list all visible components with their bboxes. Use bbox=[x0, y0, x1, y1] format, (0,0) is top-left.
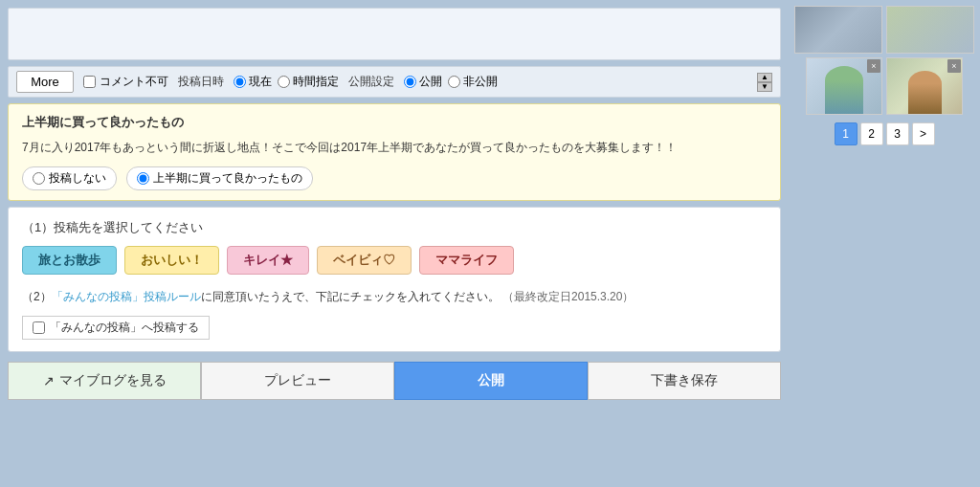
now-radio-label[interactable]: 現在 bbox=[234, 74, 272, 90]
campaign-description: 7月に入り2017年もあっという間に折返し地点！そこで今回は2017年上半期であ… bbox=[22, 139, 767, 157]
post-checkbox-row: 「みんなの投稿」へ投稿する bbox=[22, 316, 767, 340]
publish-button[interactable]: 公開 bbox=[394, 362, 588, 400]
public-radio-label[interactable]: 公開 bbox=[404, 74, 442, 90]
category-buttons: 旅とお散歩おいしい！キレイ★ベイビィ♡ママライフ bbox=[22, 246, 767, 275]
page-button-2[interactable]: 2 bbox=[860, 122, 883, 145]
page-button-1[interactable]: 1 bbox=[835, 122, 858, 145]
post-checkbox-label[interactable]: 「みんなの投稿」へ投稿する bbox=[22, 316, 210, 340]
category-button-kirei[interactable]: キレイ★ bbox=[227, 246, 309, 275]
terms-step2-suffix: に同意頂いたうえで、下記にチェックを入れてください。 bbox=[201, 290, 500, 303]
myblog-button[interactable]: ↗ マイブログを見る bbox=[8, 362, 201, 400]
terms-link[interactable]: 「みんなの投稿」投稿ルール bbox=[52, 290, 201, 303]
pagination: 123> bbox=[835, 122, 935, 145]
action-bar: ↗ マイブログを見る プレビュー 公開 下書き保存 bbox=[8, 362, 781, 400]
external-link-icon: ↗ bbox=[43, 373, 55, 388]
post-destination-box: （1）投稿先を選択してください 旅とお散歩おいしい！キレイ★ベイビィ♡ママライフ… bbox=[8, 207, 781, 352]
top-image-2 bbox=[886, 6, 974, 54]
schedule-radio[interactable] bbox=[278, 76, 290, 88]
visibility-radio-group: 公開 非公開 bbox=[404, 74, 498, 90]
preview-button[interactable]: プレビュー bbox=[201, 362, 394, 400]
page-button-3[interactable]: 3 bbox=[886, 122, 909, 145]
image-close-2[interactable]: × bbox=[947, 59, 961, 73]
post-date-radio-group: 現在 時間指定 bbox=[234, 74, 339, 90]
toolbar: More コメント不可 投稿日時 現在 時間指定 公開設定 bbox=[8, 66, 781, 98]
terms-updated: （最終改定日2015.3.20） bbox=[502, 290, 634, 303]
draft-button[interactable]: 下書き保存 bbox=[588, 362, 781, 400]
image-thumb-2: × bbox=[886, 57, 963, 115]
post-checkbox[interactable] bbox=[33, 321, 45, 334]
category-button-baby[interactable]: ベイビィ♡ bbox=[317, 246, 412, 275]
thumbnail-row: × × bbox=[806, 57, 963, 115]
top-image-strip bbox=[794, 6, 974, 54]
campaign-radio-group: 投稿しない 上半期に買って良かったもの bbox=[22, 166, 767, 190]
campaign-no-label[interactable]: 投稿しない bbox=[22, 166, 117, 190]
comment-disable-group: コメント不可 bbox=[83, 74, 168, 90]
comment-disable-checkbox[interactable] bbox=[83, 76, 96, 88]
comment-disable-label[interactable]: コメント不可 bbox=[100, 74, 168, 90]
now-radio[interactable] bbox=[234, 76, 246, 88]
private-radio-label[interactable]: 非公開 bbox=[448, 74, 498, 90]
category-button-mama[interactable]: ママライフ bbox=[419, 246, 514, 275]
terms-row: （2）「みんなの投稿」投稿ルールに同意頂いたうえで、下記にチェックを入れてくださ… bbox=[22, 288, 767, 306]
category-button-oishii[interactable]: おいしい！ bbox=[124, 246, 219, 275]
visibility-label: 公開設定 bbox=[348, 74, 394, 90]
schedule-radio-label[interactable]: 時間指定 bbox=[278, 74, 339, 90]
scroll-buttons: ▲ ▼ bbox=[757, 73, 772, 92]
right-panel: × × 123> bbox=[789, 0, 980, 487]
top-image-1 bbox=[794, 6, 882, 54]
campaign-box: 上半期に買って良かったもの 7月に入り2017年もあっという間に折返し地点！そこ… bbox=[8, 103, 781, 201]
post-date-label: 投稿日時 bbox=[178, 74, 224, 90]
campaign-yes-radio[interactable] bbox=[137, 172, 149, 185]
campaign-yes-label[interactable]: 上半期に買って良かったもの bbox=[126, 166, 313, 190]
private-radio[interactable] bbox=[448, 76, 460, 88]
terms-step2-prefix: （2） bbox=[22, 290, 52, 303]
image-close-1[interactable]: × bbox=[867, 59, 880, 73]
image-thumb-1: × bbox=[806, 57, 882, 115]
page-button->[interactable]: > bbox=[912, 122, 935, 145]
more-button[interactable]: More bbox=[16, 71, 74, 93]
scroll-up-button[interactable]: ▲ bbox=[757, 73, 772, 82]
campaign-no-radio[interactable] bbox=[33, 172, 45, 185]
public-radio[interactable] bbox=[404, 76, 416, 88]
main-text-area[interactable] bbox=[8, 8, 781, 60]
campaign-title: 上半期に買って良かったもの bbox=[22, 114, 767, 131]
scroll-down-button[interactable]: ▼ bbox=[757, 82, 772, 92]
post-dest-step1-title: （1）投稿先を選択してください bbox=[22, 219, 767, 236]
category-button-tabi[interactable]: 旅とお散歩 bbox=[22, 246, 117, 275]
blog-textarea[interactable] bbox=[9, 9, 780, 59]
